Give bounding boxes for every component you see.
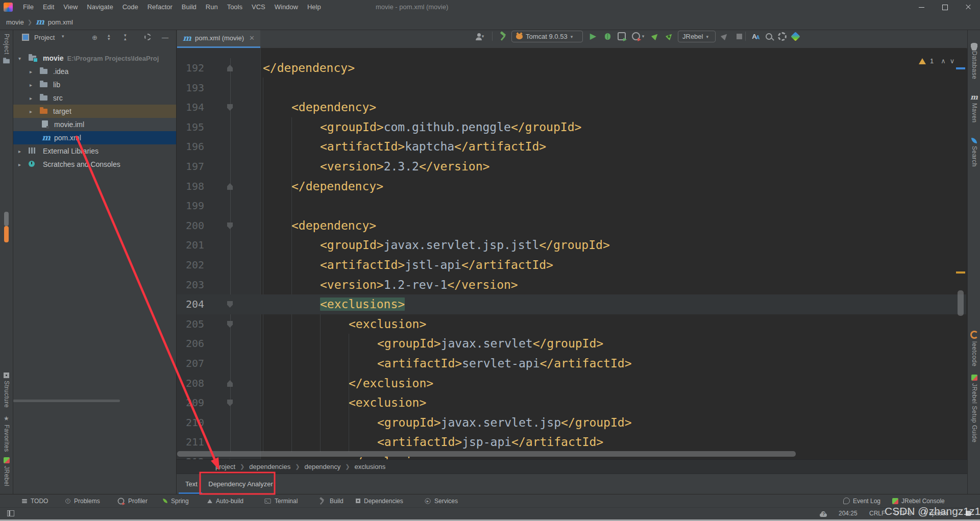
- menu-refactor[interactable]: Refactor: [143, 0, 177, 14]
- fold-marker-icon[interactable]: [227, 65, 233, 71]
- stop-button[interactable]: [733, 30, 745, 42]
- close-button[interactable]: [957, 0, 980, 14]
- build-project-button[interactable]: [497, 30, 509, 42]
- menu-tools[interactable]: Tools: [223, 0, 247, 14]
- profiler-dropdown[interactable]: ▾: [640, 30, 646, 42]
- tab-dependency-analyzer[interactable]: Dependency Analyzer: [207, 474, 275, 494]
- breadcrumb-dependencies[interactable]: dependencies: [249, 463, 290, 470]
- stripe-project[interactable]: Project: [0, 34, 13, 64]
- panel-settings-button[interactable]: [144, 34, 151, 42]
- fold-marker-icon[interactable]: [227, 400, 233, 406]
- menu-build[interactable]: Build: [177, 0, 201, 14]
- jrebel-disabled-button[interactable]: [719, 30, 731, 42]
- stripe-maven[interactable]: m Maven: [968, 93, 980, 123]
- fold-marker-icon[interactable]: [227, 301, 233, 308]
- fold-marker-icon[interactable]: [227, 104, 233, 111]
- menu-edit[interactable]: Edit: [38, 0, 59, 14]
- toolwindow-button-todo[interactable]: TODO: [21, 494, 48, 507]
- code-line-210[interactable]: 210<groupId>javax.servlet.jsp</groupId>: [176, 413, 966, 433]
- tree-item-src[interactable]: ▸src: [13, 91, 176, 105]
- code-line-207[interactable]: 207<artifactId>servlet-api</artifactId>: [176, 354, 966, 374]
- breadcrumb-dependency[interactable]: dependency: [304, 463, 340, 470]
- stripe-database[interactable]: Database: [968, 43, 980, 79]
- next-warning-icon[interactable]: ∨: [950, 57, 955, 65]
- toolwindow-button-profiler[interactable]: Profiler: [117, 494, 148, 507]
- fold-marker-icon[interactable]: [227, 183, 233, 190]
- tree-chevron-icon[interactable]: ▸: [30, 82, 36, 88]
- menu-navigate[interactable]: Navigate: [82, 0, 117, 14]
- locate-file-button[interactable]: ⊕: [92, 34, 97, 41]
- fold-marker-icon[interactable]: [227, 222, 233, 229]
- editor-tab-pomxml[interactable]: m pom.xml (movie) ✕: [177, 30, 260, 48]
- menu-run[interactable]: Run: [201, 0, 223, 14]
- jrebel-debug-button[interactable]: [664, 30, 676, 42]
- tree-item-target[interactable]: ▸target: [13, 105, 176, 118]
- stripe-jrebel-guide[interactable]: JRebel Setup Guide: [968, 375, 980, 442]
- toolwindow-button-problems[interactable]: !Problems: [65, 494, 100, 507]
- tree-item-external-libraries[interactable]: ▸External Libraries: [13, 144, 176, 158]
- project-panel-hscrollbar[interactable]: [13, 400, 120, 402]
- status-button-event-log[interactable]: Event Log: [843, 494, 880, 507]
- tree-item-scratches-and-consoles[interactable]: ▸Scratches and Consoles: [13, 158, 176, 171]
- translate-button[interactable]: A: [748, 30, 761, 42]
- stripe-favorites[interactable]: ★ Favorites: [0, 415, 13, 452]
- collapse-all-button[interactable]: ▾▴: [124, 34, 127, 41]
- toolwindow-button-auto-build[interactable]: Auto-build: [207, 494, 243, 507]
- toolwindow-button-services[interactable]: ▶Services: [424, 494, 458, 507]
- inspection-widget[interactable]: 1 ∧ ∨: [919, 57, 954, 65]
- breadcrumb-project[interactable]: movie: [6, 18, 24, 26]
- fold-marker-icon[interactable]: [227, 380, 233, 387]
- menu-file[interactable]: File: [18, 0, 38, 14]
- code-line-203[interactable]: 203<version>1.2-rev-1</version>: [176, 275, 966, 295]
- chevron-down-icon[interactable]: ▾: [62, 34, 64, 39]
- run-configuration-select[interactable]: Tomcat 9.0.53 ▾: [511, 31, 583, 42]
- code-line-197[interactable]: 197<version>2.3.2</version>: [176, 157, 966, 177]
- stripe-jrebel[interactable]: JRebel: [0, 457, 13, 486]
- search-everywhere-button[interactable]: [763, 30, 775, 42]
- editor-hscrollbar[interactable]: [177, 451, 796, 457]
- code-line-204[interactable]: 204<exclusions>: [176, 294, 966, 314]
- line-ending-select[interactable]: CRLF: [869, 507, 885, 519]
- code-editor[interactable]: 192</dependency>193194<dependency>195<gr…: [176, 48, 966, 459]
- tree-chevron-icon[interactable]: ▸: [18, 148, 24, 154]
- fold-marker-icon[interactable]: [227, 321, 233, 328]
- user-account-button[interactable]: ▾: [474, 30, 486, 42]
- settings-button[interactable]: [776, 30, 788, 42]
- code-line-193[interactable]: 193: [176, 78, 966, 98]
- code-line-206[interactable]: 206<groupId>javax.servlet</groupId>: [176, 334, 966, 354]
- jrebel-select[interactable]: JRebel ▾: [678, 31, 716, 42]
- tree-item-lib[interactable]: ▸lib: [13, 78, 176, 91]
- menu-view[interactable]: View: [59, 0, 82, 14]
- maximize-button[interactable]: [933, 0, 957, 14]
- expand-all-button[interactable]: ▴▾: [108, 34, 110, 41]
- stripe-search[interactable]: Search: [968, 138, 980, 167]
- code-line-199[interactable]: 199: [176, 196, 966, 216]
- toolwindow-button-build[interactable]: Build: [317, 494, 344, 507]
- tree-item--idea[interactable]: ▸.idea: [13, 65, 176, 78]
- menu-vcs[interactable]: VCS: [247, 0, 270, 14]
- debug-button[interactable]: [601, 30, 614, 42]
- breadcrumb-file[interactable]: pom.xml: [48, 18, 73, 26]
- toolwindow-button-terminal[interactable]: >_Terminal: [264, 494, 298, 507]
- menu-code[interactable]: Code: [118, 0, 143, 14]
- tree-chevron-icon[interactable]: ▸: [30, 95, 36, 101]
- error-stripe-warning-mark[interactable]: [956, 271, 965, 274]
- error-stripe-info-mark[interactable]: [956, 67, 965, 69]
- code-line-211[interactable]: 211<artifactId>jsp-api</artifactId>: [176, 432, 966, 452]
- tree-chevron-icon[interactable]: ▾: [18, 56, 24, 61]
- toolwindow-button-spring[interactable]: Spring: [162, 494, 189, 507]
- tab-text[interactable]: Text: [176, 474, 207, 494]
- project-view-select[interactable]: Project: [34, 34, 55, 41]
- code-line-209[interactable]: 209<exclusion>: [176, 393, 966, 413]
- jrebel-run-button[interactable]: [649, 30, 662, 42]
- hide-panel-button[interactable]: —: [162, 34, 168, 41]
- breadcrumb-exclusions[interactable]: exclusions: [355, 463, 386, 470]
- tree-chevron-icon[interactable]: ▸: [18, 162, 24, 167]
- tool-window-switcher[interactable]: [7, 507, 14, 519]
- tree-item-pom-xml[interactable]: mpom.xml: [13, 131, 176, 144]
- minimize-button[interactable]: [910, 0, 933, 14]
- breadcrumb-project[interactable]: project: [215, 463, 235, 470]
- tree-chevron-icon[interactable]: ▸: [30, 109, 36, 114]
- code-line-194[interactable]: 194<dependency>: [176, 97, 966, 117]
- caret-position[interactable]: 204:25: [839, 507, 857, 519]
